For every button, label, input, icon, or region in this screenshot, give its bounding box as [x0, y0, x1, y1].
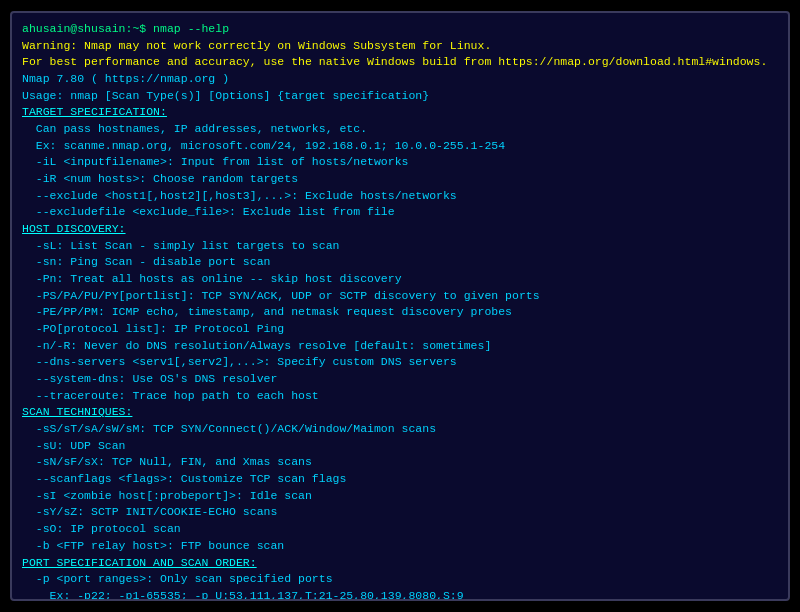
terminal-line: -sU: UDP Scan: [22, 438, 778, 455]
terminal-line: -sL: List Scan - simply list targets to …: [22, 238, 778, 255]
terminal-line: -sS/sT/sA/sW/sM: TCP SYN/Connect()/ACK/W…: [22, 421, 778, 438]
terminal-line: -sN/sF/sX: TCP Null, FIN, and Xmas scans: [22, 454, 778, 471]
terminal-line: -sO: IP protocol scan: [22, 521, 778, 538]
terminal-line: PORT SPECIFICATION AND SCAN ORDER:: [22, 555, 778, 572]
terminal-line: Usage: nmap [Scan Type(s)] [Options] {ta…: [22, 88, 778, 105]
terminal-line: Ex: -p22; -p1-65535; -p U:53,111,137,T:2…: [22, 588, 778, 599]
terminal-line: For best performance and accuracy, use t…: [22, 54, 778, 71]
terminal-line: -PO[protocol list]: IP Protocol Ping: [22, 321, 778, 338]
terminal-line: Warning: Nmap may not work correctly on …: [22, 38, 778, 55]
terminal-line: -PE/PP/PM: ICMP echo, timestamp, and net…: [22, 304, 778, 321]
terminal-line: -PS/PA/PU/PY[portlist]: TCP SYN/ACK, UDP…: [22, 288, 778, 305]
terminal-line: -sn: Ping Scan - disable port scan: [22, 254, 778, 271]
terminal-line: --excludefile <exclude_file>: Exclude li…: [22, 204, 778, 221]
terminal-line: Ex: scanme.nmap.org, microsoft.com/24, 1…: [22, 138, 778, 155]
terminal-line: -sI <zombie host[:probeport]>: Idle scan: [22, 488, 778, 505]
terminal-line: -iL <inputfilename>: Input from list of …: [22, 154, 778, 171]
terminal-line: -iR <num hosts>: Choose random targets: [22, 171, 778, 188]
terminal-line: --system-dns: Use OS's DNS resolver: [22, 371, 778, 388]
terminal-line: -p <port ranges>: Only scan specified po…: [22, 571, 778, 588]
terminal-line: --dns-servers <serv1[,serv2],...>: Speci…: [22, 354, 778, 371]
terminal-window: ahusain@shusain:~$ nmap --helpWarning: N…: [10, 11, 790, 601]
terminal-line: SCAN TECHNIQUES:: [22, 404, 778, 421]
terminal-line: -b <FTP relay host>: FTP bounce scan: [22, 538, 778, 555]
terminal-line: TARGET SPECIFICATION:: [22, 104, 778, 121]
terminal-line: -Pn: Treat all hosts as online -- skip h…: [22, 271, 778, 288]
terminal-line: -sY/sZ: SCTP INIT/COOKIE-ECHO scans: [22, 504, 778, 521]
terminal-line: --traceroute: Trace hop path to each hos…: [22, 388, 778, 405]
terminal-body[interactable]: ahusain@shusain:~$ nmap --helpWarning: N…: [12, 13, 788, 599]
terminal-line: Can pass hostnames, IP addresses, networ…: [22, 121, 778, 138]
terminal-line: ahusain@shusain:~$ nmap --help: [22, 21, 778, 38]
terminal-line: --scanflags <flags>: Customize TCP scan …: [22, 471, 778, 488]
terminal-line: Nmap 7.80 ( https://nmap.org ): [22, 71, 778, 88]
terminal-line: -n/-R: Never do DNS resolution/Always re…: [22, 338, 778, 355]
terminal-line: --exclude <host1[,host2][,host3],...>: E…: [22, 188, 778, 205]
terminal-line: HOST DISCOVERY:: [22, 221, 778, 238]
